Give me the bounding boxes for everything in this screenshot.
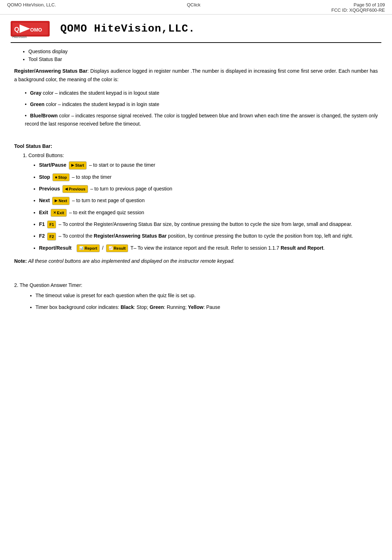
timeout-bullet: The timeout value is preset for each que… (35, 292, 378, 300)
note-text: All these control buttons are also imple… (27, 258, 234, 264)
next-desc: – to turn to next page of question (72, 198, 145, 203)
control-buttons-label: Control Buttons: (28, 153, 64, 158)
green-text: color – indicates the student keypad is … (44, 101, 159, 107)
btn-previous-item: Previous ◀ Previous – to turn to previou… (39, 185, 378, 193)
forward-icon: ▶ (55, 198, 57, 204)
previous-button[interactable]: ◀ Previous (62, 185, 88, 193)
tool-status-bar-heading: Tool Status Bar: (14, 143, 378, 149)
gray-text: color – indicates the student keypad is … (42, 90, 159, 96)
btn-f1-item: F1 F1 – To control the Register/Answerin… (39, 220, 378, 228)
start-pause-desc: – to start or to pause the timer (89, 162, 155, 168)
intro-bullets: Questions display Tool Status Bar (14, 49, 378, 62)
result-icon: 📈 (109, 245, 113, 251)
bullet-questions-display: Questions display (28, 49, 378, 54)
report-icon: 📊 (79, 245, 83, 251)
black-label: Black (121, 304, 134, 310)
header-right: Page 50 of 109 FCC ID: XQGQRF600-RE (331, 2, 385, 13)
exit-label: Exit (39, 210, 48, 215)
btn-report-result-item: Report/Result 📊 Report / 📈 Result T– To … (39, 244, 378, 252)
register-label: Register/Answering Status Bar (14, 68, 87, 74)
previous-desc: – to turn to previous page of question (90, 186, 172, 192)
previous-btn-text: Previous (69, 186, 85, 192)
report-result-desc: T– To view the instance report and the r… (131, 245, 325, 251)
numbered-list: Control Buttons: Start/Pause ▶ Start – t… (14, 153, 378, 252)
next-label: Next (39, 198, 50, 203)
f2-label: F2 (39, 233, 45, 239)
f1-label: F1 (39, 221, 45, 227)
svg-text:Q: Q (14, 26, 19, 33)
section-2-heading: 2. The Question Answer Timer: (14, 282, 378, 288)
spacer-1 (14, 131, 378, 137)
next-btn-text: Next (59, 198, 67, 204)
exit-btn-text: Exit (57, 210, 64, 216)
timeout-text: The timeout value is preset for each que… (35, 293, 195, 298)
f2-button[interactable]: F2 (47, 233, 56, 240)
f2-btn-text: F2 (49, 233, 54, 240)
control-buttons-list: Start/Pause ▶ Start – to start or to pau… (28, 161, 378, 252)
note-paragraph: Note: All these control buttons are also… (14, 257, 378, 265)
btn-next-item: Next ▶ Next – to turn to next page of qu… (39, 196, 378, 205)
report-result-label: Report/Result (39, 245, 72, 251)
stop-button[interactable]: ■ Stop (53, 173, 70, 181)
title-divider (11, 42, 381, 43)
result-button[interactable]: 📈 Result (106, 244, 128, 252)
svg-text:OMO: OMO (30, 27, 42, 33)
btn-start-pause-item: Start/Pause ▶ Start – to start or to pau… (39, 161, 378, 169)
register-para: Register/Answering Status Bar: Displays … (14, 67, 378, 84)
report-button[interactable]: 📊 Report (77, 244, 99, 252)
page-header: QOMO HiteVision, LLC. QClick Page 50 of … (0, 0, 392, 15)
main-content: Questions display Tool Status Bar Regist… (0, 49, 392, 322)
f1-desc: – To control the Register/Answering Stat… (59, 221, 352, 227)
gray-label: Gray (30, 90, 42, 96)
result-btn-text: Result (114, 245, 126, 251)
start-pause-label: Start/Pause (39, 162, 66, 168)
exit-button[interactable]: ✕ Exit (51, 209, 67, 217)
stop-label: Stop (39, 174, 50, 180)
report-btn-text: Report (84, 245, 97, 251)
green-label: Green (30, 101, 44, 107)
qomo-logo: Q OMO HiteVision (11, 18, 53, 39)
color-bullets: Gray color – indicates the student keypa… (14, 89, 378, 128)
stop-icon: ■ (55, 174, 57, 181)
btn-stop-item: Stop ■ Stop – to stop the timer (39, 173, 378, 181)
exit-desc: – to exit the engaged quiz session (69, 210, 144, 215)
bluebrown-text: color – indicates response signal receiv… (25, 113, 378, 126)
svg-text:HiteVision: HiteVision (12, 35, 27, 39)
green-timer-label: Green (150, 304, 164, 310)
start-btn-text: Start (75, 162, 84, 168)
note-label: Note: (14, 258, 27, 264)
f1-button[interactable]: F1 (47, 221, 56, 228)
btn-f2-item: F2 F2 – To control the Register/Answerin… (39, 232, 378, 240)
company-title: QOMO HiteVision,LLC. (60, 23, 195, 35)
f1-btn-text: F1 (49, 221, 54, 228)
product-name: QClick (187, 2, 200, 7)
btn-exit-item: Exit ✕ Exit – to exit the engaged quiz s… (39, 209, 378, 217)
play-icon: ▶ (71, 162, 74, 168)
fcc-id: FCC ID: XQGQRF600-RE (331, 7, 385, 13)
bullet-tool-status-bar: Tool Status Bar (28, 56, 378, 62)
company-name: QOMO HiteVision, LLC. (7, 2, 56, 7)
spacer-2 (14, 270, 378, 276)
result-report-bold: Result and Report (281, 245, 324, 251)
list-item-control-buttons: Control Buttons: Start/Pause ▶ Start – t… (28, 153, 378, 252)
logo-title-row: Q OMO HiteVision QOMO HiteVision,LLC. (0, 15, 392, 39)
bluebrown-bullet: Blue/Brown color – indicates response si… (25, 112, 378, 128)
stop-btn-text: Stop (58, 174, 67, 181)
f2-desc: – To control the Register/Answering Stat… (59, 233, 353, 239)
back-icon: ◀ (65, 186, 68, 192)
page-number: Page 50 of 109 (331, 2, 385, 7)
bluebrown-label: Blue/Brown (30, 113, 58, 118)
green-bullet: Green color – indicates the student keyp… (25, 100, 378, 108)
timer-color-bullet: Timer box background color indicates: Bl… (35, 303, 378, 311)
start-pause-button[interactable]: ▶ Start (69, 161, 87, 169)
previous-label: Previous (39, 186, 60, 192)
next-button[interactable]: ▶ Next (52, 197, 70, 205)
stop-desc: – to stop the timer (72, 174, 111, 180)
timer-color-text: Timer box background color indicates: Bl… (35, 304, 220, 310)
yellow-label: Yellow (188, 304, 204, 310)
gray-bullet: Gray color – indicates the student keypa… (25, 89, 378, 97)
tool-status-label: Tool Status Bar (14, 143, 50, 149)
f2-register-bold: Register/Answering Status Bar (94, 233, 166, 239)
x-icon: ✕ (53, 210, 56, 216)
section-2-bullets: The timeout value is preset for each que… (14, 292, 378, 311)
